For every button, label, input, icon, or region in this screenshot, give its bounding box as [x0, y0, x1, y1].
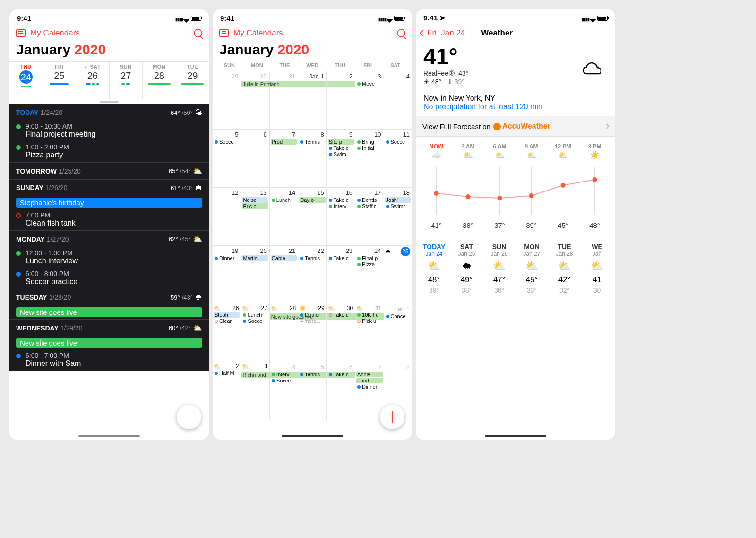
event-chip[interactable]: Staff r [356, 203, 382, 209]
day-cell[interactable]: 24Final pPizza [355, 246, 384, 304]
menu-icon[interactable] [219, 29, 229, 37]
accuweather-row[interactable]: View Full Forecast on AccuWeather [416, 116, 615, 137]
event-chip[interactable]: Clean [214, 318, 240, 324]
event-chip[interactable]: Socce [271, 378, 297, 383]
weekday-tue[interactable]: TUE29 [176, 62, 209, 99]
event-chip[interactable]: Take c [328, 145, 354, 151]
forecast-day[interactable]: TODAYJan 24⛅48°39° [418, 243, 450, 294]
add-event-button[interactable] [177, 405, 201, 429]
day-cell[interactable]: 20Martin [241, 246, 269, 304]
allday-event[interactable]: New site goes live [16, 338, 202, 348]
drag-handle[interactable] [100, 101, 119, 103]
forecast-day[interactable]: SATJan 25🌧49°38° [450, 243, 483, 294]
event-chip[interactable]: Intervi [271, 372, 297, 377]
event-chip[interactable]: Socce [214, 139, 240, 145]
event-chip[interactable]: Dentis [356, 197, 382, 203]
event-chip[interactable]: Dinner [356, 384, 382, 390]
agenda-list[interactable]: TODAY 1/24/2064°/50°🌤9:00 - 10:30 AMFina… [9, 104, 209, 371]
day-cell[interactable]: ⛅26StephClean [213, 304, 241, 362]
event-chip[interactable]: Pick u [356, 318, 382, 324]
agenda-item[interactable]: 6:00 - 7:00 PMDinner with Sam [9, 350, 209, 371]
day-cell[interactable]: 31 [270, 71, 298, 129]
forecast-day[interactable]: WEJan⛅4130 [581, 243, 613, 294]
event-chip[interactable]: Intervi [328, 203, 354, 209]
weekday-mon[interactable]: MON28 [143, 62, 176, 99]
day-cell[interactable]: 30Julie in Portland [241, 71, 269, 129]
allday-event[interactable]: Stephanie's birthday [16, 198, 202, 208]
day-cell[interactable]: 4InterviSocce [270, 362, 298, 420]
event-chip[interactable]: Move [356, 81, 382, 87]
day-cell[interactable]: ⛅3Richmond [241, 362, 269, 420]
event-chip[interactable]: Martin [242, 255, 268, 261]
day-cell[interactable]: 4 [384, 71, 412, 129]
home-indicator[interactable] [282, 435, 343, 437]
event-chip[interactable]: Josh' [385, 197, 411, 203]
event-chip[interactable]: No sc [242, 197, 268, 203]
event-chip[interactable]: Take c [328, 372, 354, 377]
event-chip[interactable]: Bring [356, 139, 382, 145]
event-chip[interactable]: Take c [328, 197, 354, 203]
event-chip[interactable]: Take c [328, 312, 354, 318]
event-chip[interactable]: Day o [299, 197, 325, 203]
hourly-forecast[interactable]: NOW☁️3 AM⛅6 AM⛅9 AM⛅12 PM⛅3 PM☀️ 41°38°3… [416, 137, 615, 235]
event-chip[interactable]: Anniv [356, 372, 382, 377]
back-icon[interactable] [420, 30, 426, 36]
event-chip[interactable]: Tennis [299, 255, 325, 261]
event-chip[interactable]: Dinner [299, 312, 325, 318]
event-chip[interactable]: Final p [356, 255, 382, 261]
day-cell[interactable]: ⛅3110K FuPick u [355, 304, 384, 362]
event-chip[interactable]: Cable [271, 255, 297, 261]
day-cell[interactable]: 🌧25 [384, 246, 412, 304]
day-header[interactable]: TODAY 1/24/2064°/50°🌤 [9, 104, 209, 121]
event-chip[interactable]: Site p [328, 139, 354, 145]
day-cell[interactable]: 17DentisStaff r [355, 188, 384, 245]
event-chip[interactable]: Swim [328, 151, 354, 157]
day-cell[interactable]: 7AnnivFoodDinner [355, 362, 384, 420]
event-chip[interactable]: Food [356, 378, 382, 383]
day-cell[interactable]: 21Cable [270, 246, 298, 304]
add-event-button[interactable] [380, 405, 404, 429]
day-cell[interactable]: 29 [213, 71, 241, 129]
search-icon[interactable] [194, 29, 202, 37]
search-icon[interactable] [397, 29, 405, 37]
day-header[interactable]: SUNDAY 1/26/2061°/43°🌧 [9, 179, 209, 196]
forecast-day[interactable]: MONJan 27⛅45°33° [515, 243, 548, 294]
day-cell[interactable]: 18Josh'Swimr [384, 188, 412, 245]
day-cell[interactable]: 22Tennis [298, 246, 326, 304]
event-chip[interactable]: Steph [214, 312, 240, 318]
agenda-item[interactable]: 9:00 - 10:30 AMFinal project meeting [9, 121, 209, 141]
month-grid[interactable]: 2930Julie in Portland31Jan 123Move45Socc… [213, 71, 412, 420]
event-chip[interactable]: Conce [385, 313, 411, 319]
event-chip[interactable]: Eric o [242, 203, 268, 209]
daily-forecast[interactable]: TODAYJan 24⛅48°39°SATJan 25🌧49°38°SUNJan… [416, 235, 615, 302]
day-cell[interactable]: Jan 1 [298, 71, 326, 129]
day-header[interactable]: TUESDAY 1/28/2059°/43°🌧 [9, 289, 209, 305]
event-chip[interactable]: Lunch [242, 312, 268, 318]
event-chip[interactable]: 4 more... [299, 318, 325, 324]
event-chip[interactable]: Swimr [385, 203, 411, 209]
day-cell[interactable]: 12 [213, 188, 241, 245]
my-calendars-link[interactable]: My Calendars [233, 28, 283, 38]
event-chip[interactable]: Socce [385, 139, 411, 145]
day-header[interactable]: TOMORROW 1/25/2065°/54°⛅ [9, 162, 209, 179]
back-date[interactable]: Fri, Jan 24 [427, 28, 465, 38]
event-chip[interactable]: 10K Fu [356, 312, 382, 318]
day-cell[interactable]: 19Dinner [213, 246, 241, 304]
event-chip[interactable]: Initial [356, 145, 382, 151]
day-cell[interactable]: 14Lunch [270, 188, 298, 245]
event-chip[interactable]: Pizza [356, 261, 382, 267]
day-cell[interactable]: 2 [327, 71, 355, 129]
event-chip[interactable]: Lunch [271, 197, 297, 203]
home-indicator[interactable] [485, 435, 546, 437]
event-chip[interactable]: Tennis [299, 372, 325, 377]
day-cell[interactable]: 5Tennis [298, 362, 326, 420]
event-chip[interactable]: Take c [328, 255, 354, 261]
day-cell[interactable]: 15Day o [298, 188, 326, 245]
weekday-sat[interactable]: ✓ SAT26 [76, 62, 110, 99]
day-cell[interactable]: 13No scEric o [241, 188, 269, 245]
menu-icon[interactable] [16, 29, 26, 37]
day-cell[interactable]: ⛅30Take c [327, 304, 355, 362]
day-cell[interactable]: 5Socce [213, 130, 241, 187]
home-indicator[interactable] [78, 435, 140, 437]
day-cell[interactable]: 7Prod [270, 130, 298, 187]
